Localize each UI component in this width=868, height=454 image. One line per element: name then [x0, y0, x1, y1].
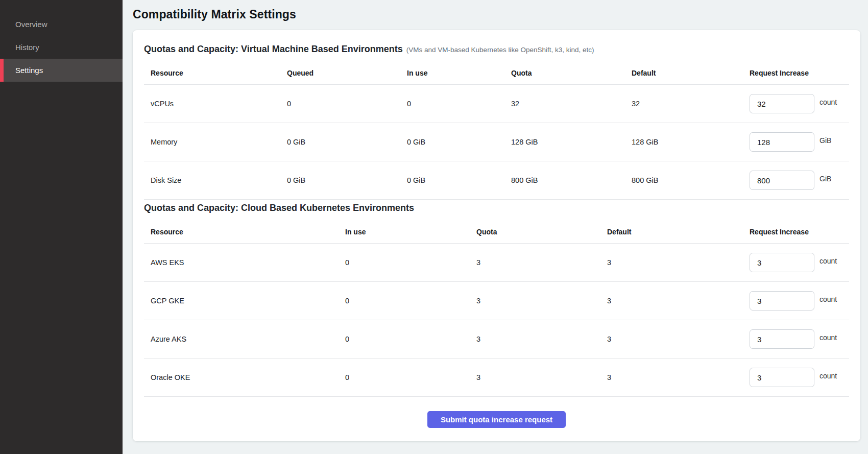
aws-eks-request-input[interactable]	[750, 253, 814, 272]
table-row-azure-aks: Azure AKS 0 3 3 count	[144, 320, 849, 359]
resource-name: vCPUs	[144, 100, 287, 108]
queued-value: 0 GiB	[287, 138, 407, 146]
column-header-resource: Resource	[144, 69, 287, 77]
cloud-quotas-section: Quotas and Capacity: Cloud Based Kuberne…	[144, 200, 849, 397]
azure-aks-request-input[interactable]	[750, 329, 814, 349]
resource-name: AWS EKS	[144, 258, 345, 267]
request-increase-cell: count	[750, 94, 849, 113]
in-use-value: 0 GiB	[407, 138, 511, 146]
submit-quota-increase-button[interactable]: Submit quota increase request	[427, 411, 566, 428]
vm-quotas-section: Quotas and Capacity: Virtual Machine Bas…	[144, 41, 849, 200]
table-row-memory: Memory 0 GiB 0 GiB 128 GiB 128 GiB GiB	[144, 123, 849, 161]
cloud-table-header: Resource In use Quota Default Request In…	[144, 220, 849, 244]
table-row-vcpus: vCPUs 0 0 32 32 count	[144, 85, 849, 123]
sidebar-item-label: Overview	[15, 20, 47, 29]
vm-section-title: Quotas and Capacity: Virtual Machine Bas…	[144, 44, 403, 54]
column-header-quota: Quota	[511, 69, 632, 77]
quota-value: 3	[476, 297, 607, 305]
column-header-in-use: In use	[407, 69, 511, 77]
gcp-gke-request-input[interactable]	[750, 291, 814, 310]
resource-name: GCP GKE	[144, 297, 345, 305]
column-header-default: Default	[632, 69, 750, 77]
page-title: Compatibility Matrix Settings	[133, 8, 860, 21]
resource-name: Memory	[144, 138, 287, 146]
default-value: 32	[632, 100, 750, 108]
queued-value: 0 GiB	[287, 176, 407, 184]
unit-label: count	[819, 98, 837, 106]
table-row-disk-size: Disk Size 0 GiB 0 GiB 800 GiB 800 GiB Gi…	[144, 161, 849, 200]
column-header-request-increase: Request Increase	[750, 69, 849, 77]
in-use-value: 0	[407, 100, 511, 108]
column-header-resource: Resource	[144, 228, 345, 236]
default-value: 3	[607, 297, 750, 305]
request-increase-cell: count	[750, 291, 849, 310]
resource-name: Azure AKS	[144, 335, 345, 343]
column-header-queued: Queued	[287, 69, 407, 77]
settings-card: Quotas and Capacity: Virtual Machine Bas…	[133, 30, 860, 441]
quota-value: 128 GiB	[511, 138, 632, 146]
vcpus-request-input[interactable]	[750, 94, 814, 113]
column-header-request-increase: Request Increase	[750, 228, 849, 236]
quota-value: 3	[476, 373, 607, 381]
sidebar: Overview History Settings	[0, 0, 123, 454]
quota-value: 3	[476, 258, 607, 267]
sidebar-item-label: History	[15, 43, 39, 52]
quota-value: 32	[511, 100, 632, 108]
unit-label: GiB	[819, 136, 831, 145]
vm-table-header: Resource Queued In use Quota Default Req…	[144, 61, 849, 85]
request-increase-cell: count	[750, 253, 849, 272]
resource-name: Oracle OKE	[144, 373, 345, 381]
vm-section-heading: Quotas and Capacity: Virtual Machine Bas…	[144, 41, 849, 56]
unit-label: count	[819, 333, 837, 342]
table-row-aws-eks: AWS EKS 0 3 3 count	[144, 244, 849, 282]
vm-section-subtitle: (VMs and VM-based Kubernetes like OpenSh…	[406, 46, 594, 54]
cloud-section-heading: Quotas and Capacity: Cloud Based Kuberne…	[144, 200, 849, 214]
column-header-default: Default	[607, 228, 750, 236]
unit-label: GiB	[819, 175, 831, 183]
quota-value: 800 GiB	[511, 176, 632, 184]
in-use-value: 0	[345, 258, 476, 267]
sidebar-item-history[interactable]: History	[0, 36, 123, 59]
memory-request-input[interactable]	[750, 132, 814, 152]
column-header-quota: Quota	[476, 228, 607, 236]
request-increase-cell: count	[750, 368, 849, 387]
quota-value: 3	[476, 335, 607, 343]
in-use-value: 0	[345, 335, 476, 343]
active-accent-bar	[0, 59, 4, 82]
in-use-value: 0	[345, 373, 476, 381]
cloud-section-title: Quotas and Capacity: Cloud Based Kuberne…	[144, 203, 414, 213]
unit-label: count	[819, 372, 837, 380]
in-use-value: 0	[345, 297, 476, 305]
unit-label: count	[819, 257, 837, 265]
sidebar-item-settings[interactable]: Settings	[0, 59, 123, 82]
sidebar-item-label: Settings	[15, 66, 43, 75]
default-value: 3	[607, 373, 750, 381]
column-header-in-use: In use	[345, 228, 476, 236]
disk-size-request-input[interactable]	[750, 171, 814, 190]
in-use-value: 0 GiB	[407, 176, 511, 184]
request-increase-cell: count	[750, 329, 849, 349]
unit-label: count	[819, 295, 837, 303]
submit-row: Submit quota increase request	[144, 397, 849, 428]
sidebar-item-overview[interactable]: Overview	[0, 13, 123, 36]
default-value: 800 GiB	[632, 176, 750, 184]
request-increase-cell: GiB	[750, 171, 849, 190]
main-content: Compatibility Matrix Settings Quotas and…	[123, 0, 868, 454]
default-value: 3	[607, 335, 750, 343]
table-row-oracle-oke: Oracle OKE 0 3 3 count	[144, 359, 849, 397]
resource-name: Disk Size	[144, 176, 287, 184]
oracle-oke-request-input[interactable]	[750, 368, 814, 387]
default-value: 3	[607, 258, 750, 267]
table-row-gcp-gke: GCP GKE 0 3 3 count	[144, 282, 849, 320]
default-value: 128 GiB	[632, 138, 750, 146]
queued-value: 0	[287, 100, 407, 108]
request-increase-cell: GiB	[750, 132, 849, 152]
